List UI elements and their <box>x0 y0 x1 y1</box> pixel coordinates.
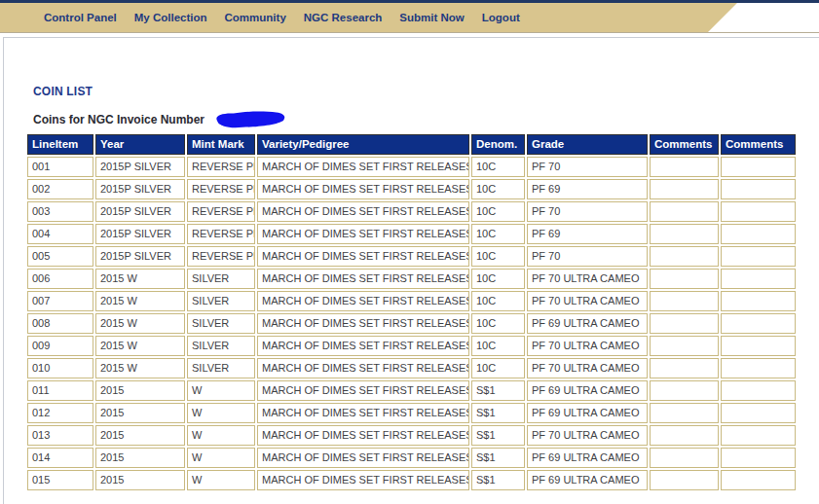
nav-link-my-collection[interactable]: My Collection <box>134 12 207 23</box>
cell-year: 2015 <box>95 403 185 423</box>
cell-mintmark: W <box>187 470 255 490</box>
cell-comments-2 <box>721 201 796 222</box>
cell-variety-pedigree: MARCH OF DIMES SET FIRST RELEASES <box>257 425 469 446</box>
content-panel: COIN LIST Coins for NGC Invoice Number L… <box>3 37 819 504</box>
main-nav: Control Panel My Collection Community NG… <box>0 3 819 32</box>
cell-comments-2 <box>721 179 796 199</box>
cell-variety-pedigree: MARCH OF DIMES SET FIRST RELEASES <box>257 448 469 468</box>
nav-link-community[interactable]: Community <box>225 12 286 23</box>
table-row: 0022015P SILVERREVERSE PFMARCH OF DIMES … <box>27 179 796 199</box>
cell-grade: PF 69 ULTRA CAMEO <box>527 313 648 334</box>
cell-mintmark: REVERSE PF <box>187 157 255 177</box>
cell-lineitem: 002 <box>27 179 93 199</box>
page-title: COIN LIST <box>33 85 819 98</box>
cell-mintmark: REVERSE PF <box>187 201 255 222</box>
cell-grade: PF 69 <box>527 224 648 244</box>
cell-grade: PF 70 <box>527 201 648 222</box>
table-row: 0052015P SILVERREVERSE PFMARCH OF DIMES … <box>27 246 796 267</box>
cell-comments-2 <box>721 157 796 177</box>
cell-grade: PF 69 <box>527 179 648 199</box>
cell-denom: 10C <box>471 336 525 356</box>
cell-comments-1 <box>650 336 719 356</box>
cell-comments-2 <box>721 246 796 267</box>
cell-comments-1 <box>650 246 719 267</box>
cell-variety-pedigree: MARCH OF DIMES SET FIRST RELEASES <box>257 470 469 490</box>
cell-comments-1 <box>650 269 719 289</box>
cell-comments-2 <box>721 470 796 490</box>
coin-table: LineItem Year Mint Mark Variety/Pedigree… <box>25 132 798 492</box>
table-row: 0132015WMARCH OF DIMES SET FIRST RELEASE… <box>27 425 796 446</box>
cell-mintmark: SILVER <box>187 291 255 311</box>
cell-denom: 10C <box>471 246 525 267</box>
cell-comments-2 <box>721 403 796 423</box>
cell-comments-2 <box>721 336 796 356</box>
cell-lineitem: 003 <box>27 201 93 222</box>
cell-denom: 10C <box>471 358 525 378</box>
cell-year: 2015 <box>95 470 185 490</box>
cell-denom: 10C <box>471 179 525 199</box>
cell-grade: PF 70 <box>527 246 648 267</box>
cell-denom: S$1 <box>471 425 525 446</box>
redacted-invoice-number <box>210 109 289 130</box>
column-header-lineitem: LineItem <box>27 134 93 155</box>
cell-denom: 10C <box>471 157 525 177</box>
cell-mintmark: W <box>187 380 255 401</box>
cell-year: 2015 W <box>95 291 185 311</box>
table-row: 0112015WMARCH OF DIMES SET FIRST RELEASE… <box>27 380 796 401</box>
column-header-mint-mark: Mint Mark <box>187 134 255 155</box>
cell-comments-1 <box>650 224 719 244</box>
nav-link-control-panel[interactable]: Control Panel <box>44 12 117 23</box>
cell-mintmark: SILVER <box>187 336 255 356</box>
cell-comments-2 <box>721 380 796 401</box>
cell-grade: PF 70 <box>527 157 648 177</box>
cell-year: 2015P SILVER <box>95 224 185 244</box>
cell-year: 2015 <box>95 425 185 446</box>
table-row: 0092015 WSILVERMARCH OF DIMES SET FIRST … <box>27 336 796 356</box>
cell-denom: 10C <box>471 201 525 222</box>
table-row: 0072015 WSILVERMARCH OF DIMES SET FIRST … <box>27 291 796 311</box>
table-row: 0032015P SILVERREVERSE PFMARCH OF DIMES … <box>27 201 796 222</box>
cell-lineitem: 005 <box>27 246 93 267</box>
cell-comments-2 <box>721 224 796 244</box>
cell-grade: PF 70 ULTRA CAMEO <box>527 269 648 289</box>
column-header-variety-pedigree: Variety/Pedigree <box>257 134 469 155</box>
cell-grade: PF 70 ULTRA CAMEO <box>527 358 648 378</box>
cell-grade: PF 69 ULTRA CAMEO <box>527 380 648 401</box>
cell-mintmark: SILVER <box>187 269 255 289</box>
cell-year: 2015 <box>95 380 185 401</box>
cell-variety-pedigree: MARCH OF DIMES SET FIRST RELEASES <box>257 246 469 267</box>
cell-lineitem: 010 <box>27 358 93 378</box>
cell-variety-pedigree: MARCH OF DIMES SET FIRST RELEASES <box>257 179 469 199</box>
nav-link-ngc-research[interactable]: NGC Research <box>304 12 383 23</box>
cell-grade: PF 69 ULTRA CAMEO <box>527 470 648 490</box>
nav-link-submit-now[interactable]: Submit Now <box>399 12 464 23</box>
cell-comments-1 <box>650 313 719 334</box>
table-row: 0012015P SILVERREVERSE PFMARCH OF DIMES … <box>27 157 796 177</box>
cell-year: 2015 W <box>95 336 185 356</box>
cell-year: 2015P SILVER <box>95 246 185 267</box>
cell-comments-2 <box>721 358 796 378</box>
cell-year: 2015 W <box>95 358 185 378</box>
cell-comments-1 <box>650 179 719 199</box>
cell-comments-2 <box>721 313 796 334</box>
cell-mintmark: REVERSE PF <box>187 224 255 244</box>
cell-comments-1 <box>650 403 719 423</box>
cell-denom: S$1 <box>471 470 525 490</box>
cell-mintmark: SILVER <box>187 358 255 378</box>
cell-year: 2015 W <box>95 313 185 334</box>
table-row: 0102015 WSILVERMARCH OF DIMES SET FIRST … <box>27 358 796 378</box>
nav-bar-shadow <box>0 32 819 33</box>
cell-lineitem: 015 <box>27 470 93 490</box>
column-header-denom: Denom. <box>471 134 525 155</box>
cell-grade: PF 70 ULTRA CAMEO <box>527 291 648 311</box>
cell-comments-2 <box>721 448 796 468</box>
cell-variety-pedigree: MARCH OF DIMES SET FIRST RELEASES <box>257 157 469 177</box>
cell-denom: S$1 <box>471 403 525 423</box>
nav-link-logout[interactable]: Logout <box>482 12 520 23</box>
cell-variety-pedigree: MARCH OF DIMES SET FIRST RELEASES <box>257 358 469 378</box>
table-row: 0042015P SILVERREVERSE PFMARCH OF DIMES … <box>27 224 796 244</box>
top-navigation-bar: Control Panel My Collection Community NG… <box>0 3 819 32</box>
cell-comments-2 <box>721 269 796 289</box>
cell-year: 2015P SILVER <box>95 201 185 222</box>
cell-comments-1 <box>650 157 719 177</box>
